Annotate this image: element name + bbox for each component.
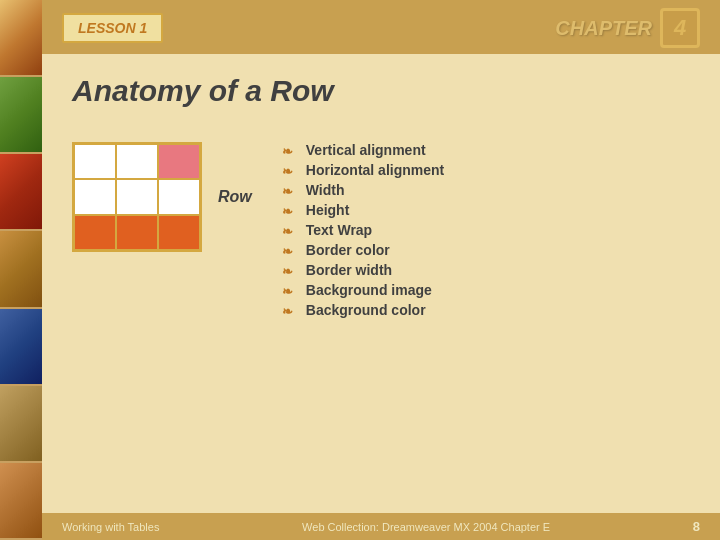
list-item-text: Width bbox=[306, 182, 345, 198]
content-area: Anatomy of a Row Row bbox=[42, 54, 720, 513]
bullet-icon bbox=[282, 203, 296, 217]
list-item-text: Text Wrap bbox=[306, 222, 372, 238]
bullet-icon bbox=[282, 283, 296, 297]
footer-center: Web Collection: Dreamweaver MX 2004 Chap… bbox=[302, 521, 550, 533]
list-item-text: Horizontal alignment bbox=[306, 162, 444, 178]
header: LESSON 1 CHAPTER 4 bbox=[42, 0, 720, 54]
list-item: Border color bbox=[282, 242, 690, 258]
list-item-text: Vertical alignment bbox=[306, 142, 426, 158]
bullet-icon bbox=[282, 223, 296, 237]
list-item: Vertical alignment bbox=[282, 142, 690, 158]
lesson-label: LESSON 1 bbox=[78, 20, 147, 36]
list-item: Width bbox=[282, 182, 690, 198]
sidebar-image-1 bbox=[0, 0, 42, 75]
chapter-area: CHAPTER 4 bbox=[555, 8, 700, 48]
bullet-icon bbox=[282, 303, 296, 317]
sidebar-image-2 bbox=[0, 77, 42, 152]
list-item-text: Background color bbox=[306, 302, 426, 318]
main-body: Row Vertical alignmentHorizontal alignme… bbox=[72, 132, 690, 493]
footer: Working with Tables Web Collection: Drea… bbox=[42, 513, 720, 540]
bullet-icon bbox=[282, 243, 296, 257]
sidebar-image-3 bbox=[0, 154, 42, 229]
main-area: LESSON 1 CHAPTER 4 Anatomy of a Row bbox=[42, 0, 720, 540]
footer-right: 8 bbox=[693, 519, 700, 534]
list-item: Background color bbox=[282, 302, 690, 318]
table-diagram bbox=[72, 142, 202, 252]
sidebar-image-4 bbox=[0, 231, 42, 306]
bullet-icon bbox=[282, 143, 296, 157]
lesson-box: LESSON 1 bbox=[62, 13, 163, 43]
list-item: Height bbox=[282, 202, 690, 218]
sidebar-image-7 bbox=[0, 463, 42, 538]
cell-2-1 bbox=[74, 179, 116, 214]
cell-1-2 bbox=[116, 144, 158, 179]
list-item-text: Border width bbox=[306, 262, 392, 278]
list-item-text: Border color bbox=[306, 242, 390, 258]
cell-1-1 bbox=[74, 144, 116, 179]
sidebar bbox=[0, 0, 42, 540]
cell-3-2 bbox=[116, 215, 158, 250]
cell-2-2 bbox=[116, 179, 158, 214]
sidebar-image-5 bbox=[0, 309, 42, 384]
bullet-icon bbox=[282, 183, 296, 197]
cell-3-1 bbox=[74, 215, 116, 250]
cell-1-3 bbox=[158, 144, 200, 179]
cell-3-3 bbox=[158, 215, 200, 250]
cell-2-3 bbox=[158, 179, 200, 214]
chapter-text: CHAPTER bbox=[555, 17, 652, 40]
list-item: Text Wrap bbox=[282, 222, 690, 238]
list-item-text: Height bbox=[306, 202, 350, 218]
bullet-icon bbox=[282, 263, 296, 277]
bullet-icon bbox=[282, 163, 296, 177]
row-label: Row bbox=[218, 188, 252, 206]
footer-left: Working with Tables bbox=[62, 521, 159, 533]
diagram-area: Row bbox=[72, 142, 252, 252]
sidebar-image-6 bbox=[0, 386, 42, 461]
list-item: Border width bbox=[282, 262, 690, 278]
list-item-text: Background image bbox=[306, 282, 432, 298]
list-item: Horizontal alignment bbox=[282, 162, 690, 178]
chapter-icon: 4 bbox=[660, 8, 700, 48]
list-item: Background image bbox=[282, 282, 690, 298]
list-area: Vertical alignmentHorizontal alignmentWi… bbox=[282, 142, 690, 318]
page-title: Anatomy of a Row bbox=[72, 74, 690, 108]
